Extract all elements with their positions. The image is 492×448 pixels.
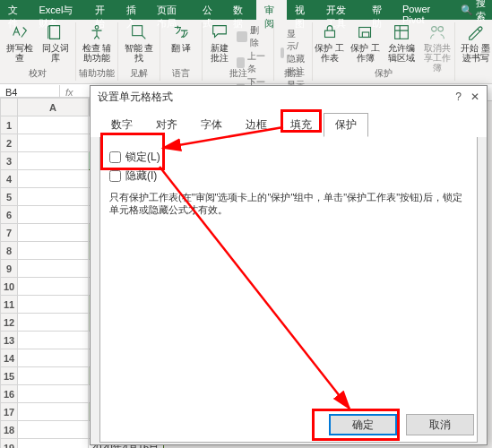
row-header[interactable]: 13: [1, 332, 18, 349]
format-cells-dialog: 设置单元格格式 ?✕ 数字对齐字体边框填充保护 锁定(L) 隐藏(I) 只有保护…: [90, 85, 488, 445]
row-header[interactable]: 3: [1, 152, 18, 170]
row-header[interactable]: 6: [1, 206, 18, 224]
translate-button[interactable]: 翻 译: [164, 22, 198, 53]
ribbon-tab[interactable]: 文件: [0, 0, 30, 20]
row-header[interactable]: 8: [1, 242, 18, 260]
dialog-tab[interactable]: 填充: [279, 113, 324, 137]
dialog-tab[interactable]: 数字: [99, 113, 144, 137]
ribbon-tab[interactable]: 数据: [225, 0, 255, 20]
group-label: 语言: [160, 67, 202, 80]
group-label: 批注: [274, 67, 312, 80]
row-header[interactable]: 18: [1, 421, 18, 439]
thesaurus-button[interactable]: 同义词库: [39, 22, 73, 63]
row-header[interactable]: 5: [1, 188, 18, 206]
ribbon-tab[interactable]: Power Pivot: [394, 0, 450, 20]
dialog-tab[interactable]: 边框: [234, 113, 279, 137]
unshare-workbook-button[interactable]: 取消共 享工作簿: [420, 22, 454, 73]
cell[interactable]: [18, 278, 89, 296]
group-label: 保护: [313, 67, 454, 80]
cell[interactable]: [18, 314, 89, 332]
row-header[interactable]: 4: [1, 170, 18, 188]
spellcheck-button[interactable]: 拼写检查: [3, 22, 37, 63]
cell[interactable]: [18, 421, 89, 439]
cell[interactable]: [18, 385, 89, 403]
cell[interactable]: [18, 296, 89, 314]
ribbon-tab[interactable]: 公式: [194, 0, 225, 20]
allow-edit-ranges-button[interactable]: 允许编 辑区域: [384, 22, 419, 73]
cell[interactable]: [18, 134, 89, 152]
row-header[interactable]: 10: [1, 278, 18, 296]
row-header[interactable]: 12: [1, 314, 18, 332]
ribbon: 拼写检查 同义词库 校对 检查 辅助功能 辅助功能 智能 查找 见解 翻 译 语…: [0, 20, 492, 84]
svg-rect-5: [394, 26, 408, 39]
row-header[interactable]: 1: [1, 116, 18, 134]
svg-point-0: [95, 26, 99, 30]
dialog-tab[interactable]: 对齐: [144, 113, 189, 137]
cell[interactable]: [18, 152, 89, 170]
ribbon-tab[interactable]: 帮助: [364, 0, 394, 20]
hide-checkbox[interactable]: 隐藏(I): [109, 168, 468, 184]
cell[interactable]: [18, 206, 89, 224]
protect-sheet-button[interactable]: 保护 工作表: [313, 22, 347, 73]
svg-point-6: [431, 27, 436, 31]
row-header[interactable]: 7: [1, 224, 18, 242]
cell[interactable]: [18, 332, 89, 349]
cell[interactable]: [18, 260, 89, 278]
svg-rect-1: [133, 26, 142, 36]
ribbon-tab[interactable]: 页面布局: [149, 0, 194, 20]
cell[interactable]: [18, 224, 89, 242]
ribbon-tab[interactable]: 开发工具: [318, 0, 364, 20]
ok-button[interactable]: 确定: [329, 414, 397, 435]
close-icon[interactable]: ✕: [470, 90, 479, 103]
protection-note: 只有保护工作表(在"审阅"选项卡上的"保护"组中，单击"保护工作表"按钮)后，锁…: [109, 191, 468, 216]
cell[interactable]: [18, 116, 89, 134]
search-button[interactable]: 🔍搜索: [455, 0, 492, 20]
column-header[interactable]: A: [18, 99, 89, 116]
row-header[interactable]: 11: [1, 296, 18, 314]
group-label: 批注: [203, 67, 273, 80]
svg-rect-4: [362, 32, 368, 38]
ribbon-tab[interactable]: Excel与财务: [30, 0, 87, 20]
cell[interactable]: [18, 170, 89, 188]
ribbon-tab[interactable]: 插入: [118, 0, 149, 20]
cell[interactable]: [18, 349, 89, 367]
row-header[interactable]: 16: [1, 385, 18, 403]
protect-workbook-button[interactable]: 保护 工作簿: [349, 22, 383, 73]
svg-rect-2: [324, 30, 334, 37]
row-header[interactable]: 2: [1, 134, 18, 152]
cell[interactable]: [18, 242, 89, 260]
row-header[interactable]: 19: [1, 439, 18, 449]
cell[interactable]: [18, 188, 89, 206]
row-header[interactable]: 14: [1, 349, 18, 367]
svg-point-7: [438, 27, 444, 31]
lock-checkbox[interactable]: 锁定(L): [109, 150, 468, 165]
dialog-tab[interactable]: 保护: [324, 113, 368, 137]
accessibility-button[interactable]: 检查 辅助功能: [80, 22, 114, 63]
group-label: 见解: [118, 67, 160, 80]
dialog-tab[interactable]: 字体: [189, 113, 234, 137]
dialog-title: 设置单元格格式: [98, 90, 173, 105]
cancel-button[interactable]: 取消: [406, 414, 474, 435]
smart-lookup-button[interactable]: 智能 查找: [122, 22, 156, 63]
dialog-tabs: 数字对齐字体边框填充保护: [91, 108, 487, 137]
row-header[interactable]: 17: [1, 403, 18, 421]
ribbon-tab[interactable]: 开始: [87, 0, 117, 20]
group-label: 校对: [0, 67, 75, 80]
ink-button[interactable]: 开始 墨迹书写: [459, 22, 492, 63]
group-label: 辅助功能: [76, 67, 117, 80]
row-header[interactable]: 15: [1, 367, 18, 385]
help-icon[interactable]: ?: [455, 90, 462, 103]
cell[interactable]: [18, 439, 89, 449]
row-header[interactable]: 9: [1, 260, 18, 278]
ribbon-tab[interactable]: 审阅: [256, 0, 287, 20]
ribbon-tabs: 文件Excel与财务开始插入页面布局公式数据审阅视图开发工具帮助Power Pi…: [0, 0, 492, 20]
ribbon-tab[interactable]: 视图: [287, 0, 317, 20]
delete-comment-button[interactable]: 删除: [234, 24, 270, 49]
cell[interactable]: [18, 403, 89, 421]
cell[interactable]: [18, 367, 89, 385]
